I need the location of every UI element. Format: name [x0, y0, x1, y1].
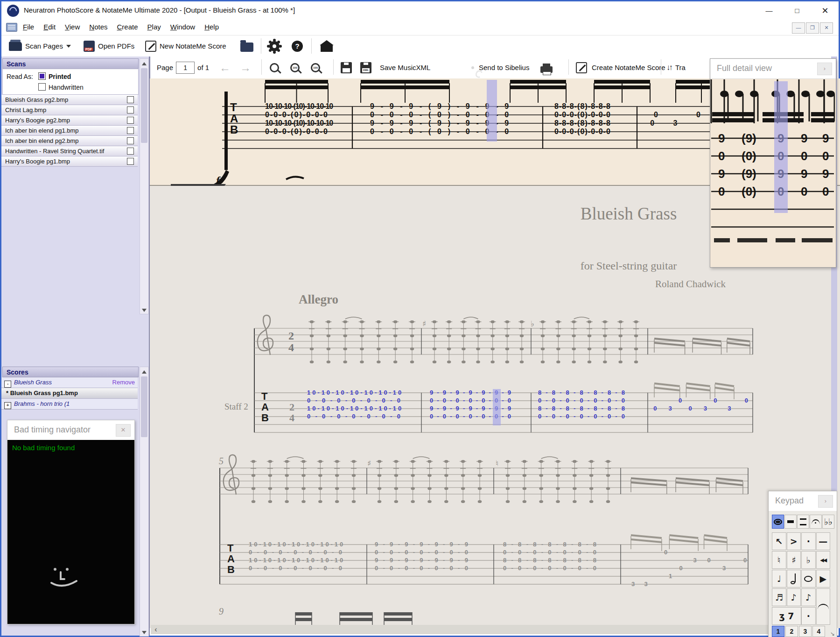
home-button[interactable] — [321, 35, 333, 57]
keypad-sixteenth-note-button[interactable]: ♬ — [772, 588, 786, 606]
minimize-button[interactable]: — — [760, 4, 778, 17]
scroll-thumb[interactable] — [141, 376, 147, 437]
keypad-staccato-button[interactable]: · — [801, 532, 816, 550]
zoom-icon[interactable] — [270, 63, 279, 72]
mdi-close-button[interactable]: ✕ — [820, 22, 833, 34]
settings-button[interactable] — [269, 35, 280, 57]
scan-file-checkbox[interactable] — [127, 158, 134, 165]
zoom-out-icon[interactable]: 100 — [311, 63, 320, 72]
keypad-double-flat-mode[interactable]: ♭♭ — [822, 515, 834, 529]
collapse-expander-icon[interactable]: - — [4, 381, 11, 388]
page-number-input[interactable] — [176, 62, 195, 74]
keypad-whole-note-mode[interactable] — [772, 515, 784, 529]
scan-pages-button[interactable]: Scan Pages — [9, 35, 71, 57]
keypad-rests-button[interactable]: ʒ 7 — [772, 607, 801, 625]
scan-file-checkbox[interactable] — [127, 106, 134, 113]
help-button[interactable]: ? — [292, 35, 303, 57]
maximize-button[interactable]: □ — [788, 4, 806, 17]
score-row[interactable]: -Blueish GrassRemove — [1, 377, 138, 388]
keypad-half-note-button[interactable] — [787, 570, 801, 587]
print-icon[interactable] — [540, 66, 553, 73]
menu-file[interactable]: File — [18, 20, 39, 33]
scroll-left-arrow[interactable]: ‹ — [152, 625, 160, 634]
keypad-eighth-note-button[interactable]: ♪ — [787, 588, 801, 606]
transpose-icon[interactable]: ↓↑ — [666, 63, 672, 72]
remove-link[interactable]: Remove — [112, 377, 135, 388]
printed-checkbox[interactable] — [38, 72, 46, 80]
send-to-sibelius-label[interactable]: Send to Sibelius — [479, 64, 529, 71]
menu-edit[interactable]: Edit — [39, 20, 60, 33]
keypad-voice-2-button[interactable]: 2 — [785, 626, 798, 637]
keypad-augmentation-dot-button[interactable]: · — [801, 607, 816, 625]
menu-view[interactable]: View — [60, 20, 84, 33]
close-button[interactable]: ✕ — [816, 4, 834, 17]
resize-grip-icon[interactable]: ↘ — [830, 630, 835, 637]
open-folder-button[interactable] — [240, 35, 253, 57]
handwritten-checkbox[interactable] — [38, 83, 46, 91]
previous-page-button[interactable]: ← — [219, 61, 231, 74]
menu-window[interactable]: Window — [166, 20, 200, 33]
keypad-quarter-note-button[interactable]: ♩ — [772, 570, 786, 587]
scroll-thumb[interactable] — [141, 68, 147, 143]
scan-file-checkbox[interactable] — [127, 127, 134, 134]
scan-file-checkbox[interactable] — [127, 148, 134, 155]
create-notateme-icon[interactable] — [576, 62, 587, 73]
score-row[interactable]: +Brahms - horn trio (1 — [1, 399, 138, 410]
scan-file-row[interactable]: Harry's Boogie pg2.bmp — [1, 115, 138, 126]
transpose-label[interactable]: Tra — [675, 64, 686, 71]
chevron-down-icon[interactable] — [66, 45, 71, 48]
scan-file-checkbox[interactable] — [127, 96, 134, 103]
keypad-breve-mode[interactable] — [784, 515, 797, 529]
scan-file-row[interactable]: Ich aber bin elend pg2.bmp — [1, 136, 138, 146]
scan-file-row[interactable]: Ich aber bin elend pg1.bmp — [1, 126, 138, 136]
keypad-tenuto-button[interactable]: — — [816, 532, 831, 550]
menu-play[interactable]: Play — [143, 20, 166, 33]
keypad-flat-button[interactable]: ♭ — [801, 551, 816, 569]
keypad-eighth-note-alt-button[interactable]: ♪ — [801, 588, 816, 606]
scan-file-row[interactable]: Blueish Grass pg2.bmp — [1, 95, 138, 105]
mdi-minimize-button[interactable]: — — [792, 22, 805, 34]
send-to-sibelius-button[interactable] — [471, 66, 474, 69]
keypad-sharp-button[interactable]: ♯ — [787, 551, 801, 569]
scan-file-row[interactable]: Handwritten - Ravel String Quartet.tif — [1, 146, 138, 156]
horizontal-scrollbar[interactable]: ‹ — [151, 625, 832, 634]
scores-scrollbar[interactable] — [140, 367, 149, 637]
keypad-voice-1-button[interactable]: 1 — [772, 626, 784, 637]
close-icon[interactable]: ✕ — [116, 424, 131, 437]
keypad-natural-button[interactable]: ♮ — [772, 551, 786, 569]
keypad-voice-4-button[interactable]: 4 — [812, 626, 825, 637]
create-notateme-label[interactable]: Create NotateMe Score — [592, 64, 665, 71]
zoom-in-icon[interactable]: 100 — [290, 63, 300, 72]
menu-notes[interactable]: Notes — [84, 20, 112, 33]
scan-file-row[interactable]: Christ Lag.bmp — [1, 105, 138, 115]
save-icon[interactable] — [341, 62, 352, 73]
keypad-voice-3-button[interactable]: 3 — [799, 626, 812, 637]
collapse-icon[interactable]: › — [818, 495, 833, 508]
keypad-rewind-button[interactable]: ◀◀ — [816, 551, 831, 569]
keypad-play-button[interactable]: ▶ — [816, 570, 831, 587]
next-page-button[interactable]: → — [240, 61, 251, 74]
save-musicxml-icon[interactable] — [360, 62, 371, 73]
scroll-up-arrow[interactable] — [140, 367, 148, 375]
score-row[interactable]: * Blueish Grass pg1.bmp — [1, 388, 138, 399]
menu-help[interactable]: Help — [200, 20, 224, 33]
menu-create[interactable]: Create — [112, 20, 143, 33]
collapse-icon[interactable]: › — [817, 63, 832, 75]
keypad-accent-button[interactable]: > — [787, 532, 801, 550]
expand-expander-icon[interactable]: + — [4, 402, 11, 409]
keypad-fermata-mode[interactable] — [810, 515, 822, 529]
scroll-down-arrow[interactable] — [140, 628, 148, 636]
save-musicxml-label[interactable]: Save MusicXML — [380, 64, 430, 71]
mdi-restore-button[interactable]: ❐ — [806, 22, 819, 34]
keypad-whole-note-button[interactable] — [801, 570, 816, 587]
scroll-up-arrow[interactable] — [140, 59, 148, 67]
new-notateme-button[interactable]: New NotateMe Score — [145, 35, 226, 57]
keypad-slur-button[interactable] — [816, 588, 831, 625]
keypad-pointer-button[interactable]: ↖ — [772, 532, 786, 550]
scroll-down-arrow[interactable] — [140, 305, 148, 314]
scan-file-row[interactable]: Harry's Boogie pg1.bmp — [1, 156, 138, 167]
keypad-double-bar-mode[interactable] — [797, 515, 809, 529]
scan-file-checkbox[interactable] — [127, 137, 134, 144]
open-pdfs-button[interactable]: Open PDFs — [84, 35, 134, 57]
scans-scrollbar[interactable] — [140, 58, 149, 314]
